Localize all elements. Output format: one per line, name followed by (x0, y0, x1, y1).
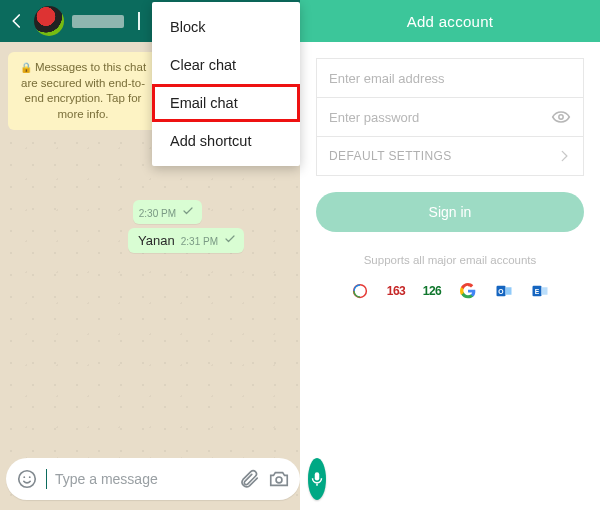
email-field-wrap (316, 58, 584, 98)
lock-icon: 🔒 (20, 62, 32, 73)
svg-point-0 (19, 471, 36, 488)
svg-rect-12 (542, 287, 548, 295)
mic-button[interactable] (308, 458, 326, 500)
supports-text: Supports all major email accounts (316, 254, 584, 266)
encryption-banner[interactable]: 🔒Messages to this chat are secured with … (8, 52, 158, 130)
provider-outlook-icon[interactable]: O (493, 280, 515, 302)
svg-text:O: O (498, 288, 503, 295)
sign-in-button[interactable]: Sign in (316, 192, 584, 232)
svg-rect-4 (316, 484, 318, 486)
back-icon[interactable] (8, 12, 26, 30)
email-field[interactable] (329, 71, 571, 86)
password-field-wrap (316, 97, 584, 137)
svg-point-1 (23, 476, 25, 478)
avatar[interactable] (34, 6, 64, 36)
message-input[interactable] (55, 471, 230, 487)
mic-icon (308, 470, 326, 488)
encryption-text: Messages to this chat are secured with e… (21, 61, 146, 120)
message-outgoing[interactable]: 2:30 PM (133, 200, 202, 224)
add-account-pane: Add account DEFAULT SETTINGS Sign in Sup… (300, 0, 600, 510)
message-text: Yanan (138, 233, 175, 248)
whatsapp-chat-pane: 🔒Messages to this chat are secured with … (0, 0, 300, 510)
menu-item-add-shortcut[interactable]: Add shortcut (152, 122, 300, 160)
contact-name[interactable] (72, 15, 124, 28)
provider-google-icon[interactable] (457, 280, 479, 302)
eye-icon[interactable] (551, 107, 571, 127)
header-divider (138, 12, 140, 30)
svg-point-2 (29, 476, 31, 478)
provider-qq-icon[interactable] (349, 280, 371, 302)
provider-163-icon[interactable]: 163 (385, 280, 407, 302)
overflow-menu: Block Clear chat Email chat Add shortcut (152, 2, 300, 166)
menu-item-email-chat[interactable]: Email chat (152, 84, 300, 122)
add-account-form: DEFAULT SETTINGS Sign in Supports all ma… (300, 42, 600, 302)
svg-point-3 (276, 477, 282, 483)
menu-item-clear-chat[interactable]: Clear chat (152, 46, 300, 84)
message-outgoing[interactable]: Yanan 2:31 PM (128, 228, 244, 253)
chat-input-bar (6, 458, 294, 500)
attachment-icon[interactable] (238, 468, 260, 490)
add-account-header: Add account (300, 0, 600, 42)
default-settings-row[interactable]: DEFAULT SETTINGS (316, 136, 584, 176)
svg-rect-9 (506, 287, 512, 295)
provider-126-icon[interactable]: 126 (421, 280, 443, 302)
provider-icons: 163 126 O E (316, 280, 584, 302)
sign-in-label: Sign in (429, 204, 472, 220)
svg-point-5 (559, 115, 563, 119)
default-settings-label: DEFAULT SETTINGS (329, 149, 452, 163)
message-time: 2:30 PM (139, 208, 176, 219)
menu-item-block[interactable]: Block (152, 8, 300, 46)
add-account-title: Add account (407, 13, 494, 30)
emoji-icon[interactable] (16, 468, 38, 490)
contact-name-text (72, 15, 124, 28)
chevron-right-icon (557, 149, 571, 163)
message-time: 2:31 PM (181, 236, 218, 247)
text-caret (46, 469, 47, 489)
message-textbox[interactable] (6, 458, 300, 500)
camera-icon[interactable] (268, 468, 290, 490)
password-field[interactable] (329, 110, 551, 125)
check-icon (182, 205, 194, 217)
check-icon (224, 233, 236, 245)
svg-text:E: E (535, 288, 540, 295)
provider-exchange-icon[interactable]: E (529, 280, 551, 302)
